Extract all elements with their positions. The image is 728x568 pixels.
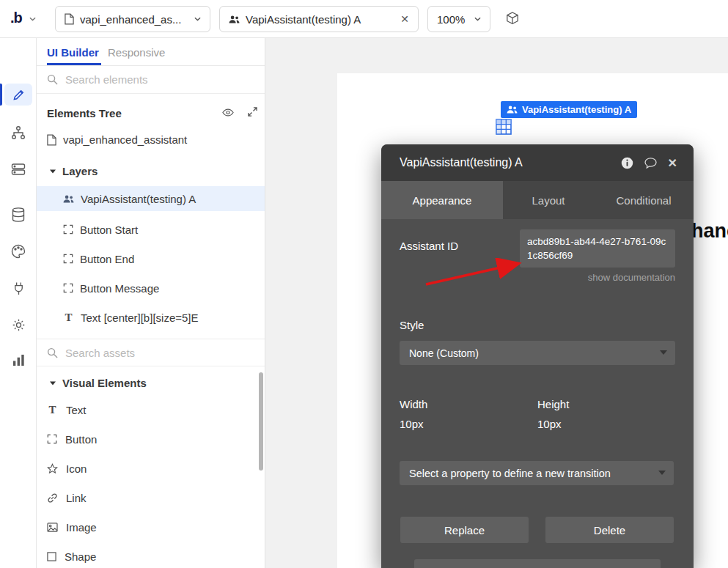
close-icon[interactable]: ✕: [668, 156, 677, 170]
logs-chart-icon[interactable]: [10, 352, 26, 368]
page-selector-label: vapi_enhanced_as...: [80, 13, 188, 26]
page-text-fragment: hanc: [691, 220, 728, 243]
assistant-id-input[interactable]: acbd89b1-ab44-4e27-b761-09c1c856cf69: [520, 229, 675, 268]
database-icon[interactable]: [10, 207, 26, 223]
elements-tree-title: Elements Tree: [47, 107, 122, 119]
asset-icon[interactable]: Icon: [37, 456, 265, 481]
asset-label: Image: [66, 521, 97, 534]
show-documentation-link[interactable]: show documentation: [520, 272, 675, 283]
zoom-value: 100%: [437, 13, 468, 26]
clipped-bottom-control[interactable]: [414, 559, 661, 568]
layer-label: Text [center][b][size=5]E: [81, 311, 199, 324]
tab-appearance[interactable]: Appearance: [381, 181, 503, 219]
style-dropdown-value: None (Custom): [409, 347, 479, 359]
asset-text[interactable]: T Text: [37, 397, 265, 422]
design-pencil-icon[interactable]: [10, 86, 26, 103]
asset-label: Shape: [65, 550, 96, 563]
shape-icon: [47, 552, 56, 561]
assistant-id-label: Assistant ID: [400, 240, 458, 252]
tab-conditional[interactable]: Conditional: [594, 181, 694, 219]
search-assets-input[interactable]: [65, 347, 254, 359]
search-icon: [47, 74, 58, 85]
layer-row-button-start[interactable]: Button Start: [37, 217, 265, 242]
layers-group-header[interactable]: Layers: [50, 165, 98, 177]
height-value[interactable]: 10px: [537, 418, 562, 430]
asset-label: Link: [66, 492, 87, 504]
property-editor-popup: VapiAssistant(testing) A ✕ Appearance La…: [381, 144, 694, 568]
workflow-icon[interactable]: [10, 125, 26, 141]
users-icon: [507, 106, 518, 114]
layer-row-text[interactable]: T Text [center][b][size=5]E: [37, 305, 265, 330]
text-icon: T: [47, 404, 58, 416]
layer-label: VapiAssistant(testing) A: [81, 193, 196, 205]
tab-layout[interactable]: Layout: [503, 181, 594, 219]
layer-label: Button Message: [80, 282, 159, 295]
element-search-value: VapiAssistant(testing) A: [246, 13, 394, 26]
inspector-tabs: Appearance Layout Conditional: [381, 181, 694, 219]
asset-label: Text: [66, 404, 87, 416]
root-page-item[interactable]: vapi_enhanced_assistant: [47, 133, 187, 146]
chevron-down-icon: [660, 350, 667, 355]
transition-dropdown[interactable]: Select a property to define a new transi…: [400, 461, 674, 485]
root-page-label: vapi_enhanced_assistant: [63, 133, 187, 146]
chevron-down-icon: [658, 471, 666, 475]
tab-responsive[interactable]: Responsive: [108, 38, 165, 66]
delete-button[interactable]: Delete: [545, 517, 674, 543]
replace-button[interactable]: Replace: [400, 517, 529, 543]
layer-row-button-end[interactable]: Button End: [37, 246, 265, 271]
layer-row-vapiassistant[interactable]: VapiAssistant(testing) A: [37, 186, 265, 211]
search-elements-row: [37, 66, 265, 94]
panel-scrollbar[interactable]: [259, 372, 263, 471]
logo-chevron-down-icon[interactable]: [29, 17, 36, 21]
expand-tree-icon[interactable]: [248, 107, 257, 117]
bubble-editor: .b vapi_enhanced_as... VapiAssistant(tes…: [0, 0, 728, 568]
asset-button[interactable]: Button: [37, 427, 265, 451]
tab-ui-builder[interactable]: UI Builder: [47, 38, 99, 66]
height-label: Height: [537, 398, 569, 410]
layer-row-button-message[interactable]: Button Message: [37, 276, 265, 300]
element-placeholder-grid-icon[interactable]: [496, 119, 512, 135]
button-icon: [63, 224, 73, 235]
style-dropdown[interactable]: None (Custom): [400, 341, 675, 365]
asset-image[interactable]: Image: [37, 514, 265, 539]
asset-shape[interactable]: Shape: [37, 544, 265, 568]
width-label: Width: [400, 398, 427, 410]
selected-element-chip[interactable]: VapiAssistant(testing) A: [501, 101, 637, 118]
plugins-plug-icon[interactable]: [10, 280, 26, 296]
style-label: Style: [400, 319, 424, 331]
users-icon: [229, 15, 240, 23]
zoom-dropdown[interactable]: 100%: [427, 6, 490, 32]
styles-palette-icon[interactable]: [10, 243, 26, 259]
search-elements-input[interactable]: [65, 73, 254, 86]
visual-elements-header[interactable]: Visual Elements: [50, 377, 147, 389]
width-value[interactable]: 10px: [400, 418, 424, 430]
chip-label: VapiAssistant(testing) A: [522, 104, 631, 115]
panel-tabs: UI Builder Responsive: [37, 38, 265, 66]
image-icon: [47, 523, 58, 532]
page-document-icon: [47, 134, 56, 146]
chevron-down-icon: [474, 17, 481, 21]
layer-label: Button Start: [80, 224, 138, 236]
component-library-cube-icon[interactable]: [506, 12, 519, 26]
collapse-triangle-icon: [50, 169, 56, 174]
ui-builder-panel: UI Builder Responsive Elements Tree vapi…: [37, 38, 265, 568]
link-icon: [47, 493, 58, 504]
pages-icon[interactable]: [10, 161, 26, 177]
inspector-header[interactable]: VapiAssistant(testing) A ✕: [381, 144, 694, 181]
text-icon: T: [63, 311, 74, 324]
layers-title: Layers: [62, 165, 98, 177]
clear-element-icon[interactable]: ✕: [400, 13, 409, 25]
element-search-box[interactable]: VapiAssistant(testing) A ✕: [219, 6, 419, 32]
comment-icon[interactable]: [644, 158, 657, 169]
info-icon[interactable]: [621, 157, 633, 169]
users-icon: [63, 195, 74, 203]
eye-icon[interactable]: [222, 108, 234, 117]
asset-label: Button: [65, 433, 97, 446]
design-canvas[interactable]: hanc VapiAssistant(testing) A VapiAssist…: [265, 38, 728, 568]
bubble-logo[interactable]: .b: [10, 10, 22, 26]
active-rail-accent: [0, 84, 2, 106]
asset-link[interactable]: Link: [37, 485, 265, 510]
settings-gear-icon[interactable]: [10, 317, 26, 333]
transition-dropdown-value: Select a property to define a new transi…: [409, 468, 611, 479]
page-selector-dropdown[interactable]: vapi_enhanced_as...: [55, 6, 210, 32]
